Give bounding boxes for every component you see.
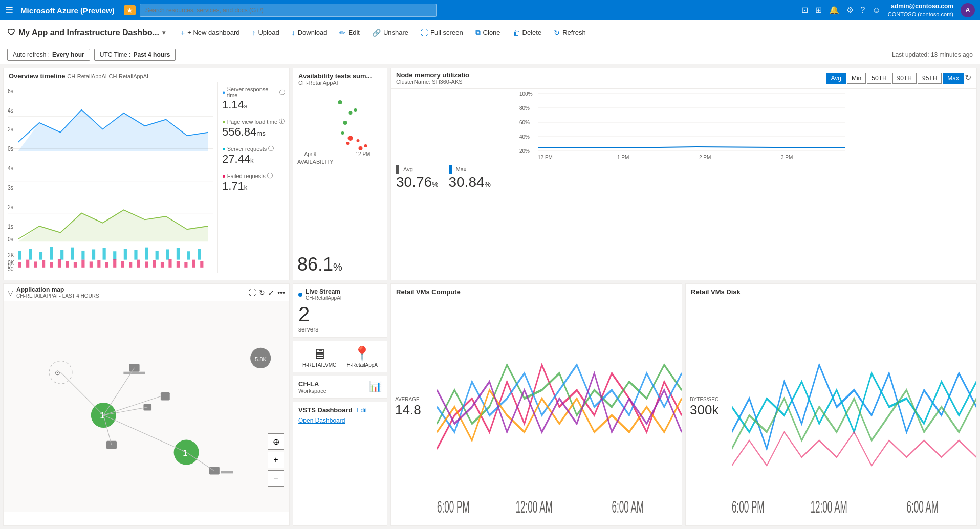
notification-icon[interactable]: 🔔 (829, 5, 839, 15)
clone-button[interactable]: ⧉ Clone (470, 26, 506, 39)
mem-tab-min[interactable]: Min (847, 73, 866, 84)
server-retailvmc[interactable]: 🖥 H-RETAILVMC (302, 345, 336, 368)
overview-inner: 6s 4s 2s 0s 4s 3s 2s 1s 0s 2K 0K (4, 82, 289, 273)
appmap-fullscreen-icon[interactable]: ⤢ (268, 289, 274, 297)
mem-avg-value: 30.76% (396, 174, 439, 190)
map-controls: ⊕ + − (268, 433, 284, 487)
vsts-edit-link[interactable]: Edit (356, 407, 367, 414)
metric-page-load-label: ● Page view load time ⓘ (222, 118, 285, 125)
availability-inner: Apr 9 12 PM AVAILABILITY 86.1% (293, 88, 387, 279)
utc-time-button[interactable]: UTC Time : Past 4 hours (94, 49, 176, 61)
svg-point-69 (341, 131, 344, 135)
memory-refresh-icon[interactable]: ↻ (965, 73, 971, 84)
directory-icon[interactable]: ⊞ (815, 5, 822, 15)
svg-rect-56 (168, 259, 171, 267)
svg-rect-17 (18, 251, 21, 260)
live-dot (298, 293, 302, 297)
help-icon[interactable]: ? (861, 6, 865, 15)
sub-toolbar: Auto refresh : Every hour UTC Time : Pas… (0, 45, 980, 64)
new-dashboard-button[interactable]: + + New dashboard (176, 26, 245, 39)
map-zoom-in-button[interactable]: + (268, 452, 284, 468)
vsts-header: VSTS Dashboard Edit (298, 406, 382, 414)
overview-svg: 6s 4s 2s 0s 4s 3s 2s 1s 0s 2K 0K (8, 84, 213, 271)
top-nav: ☰ Microsoft Azure (Preview) ★ ⊡ ⊞ 🔔 ⚙ ? … (0, 0, 980, 20)
metric-failed-requests-label: ● Failed requests ⓘ (222, 172, 285, 180)
mem-tab-avg[interactable]: Avg (826, 73, 845, 84)
overview-chart: 6s 4s 2s 0s 4s 3s 2s 1s 0s 2K 0K (4, 82, 217, 273)
svg-text:100%: 100% (519, 91, 533, 97)
memory-cluster: ClusterName: SH360-AKS (396, 79, 824, 85)
favorite-icon[interactable]: ★ (124, 5, 136, 15)
hamburger-icon[interactable]: ☰ (5, 5, 13, 16)
server-retailvmc-label: H-RETAILVMC (302, 362, 336, 368)
svg-rect-31 (166, 249, 169, 259)
avatar[interactable]: A (961, 3, 975, 17)
upload-button[interactable]: ↑ Upload (247, 26, 284, 39)
svg-rect-99 (161, 392, 170, 401)
svg-marker-14 (18, 210, 208, 241)
map-fit-button[interactable]: ⊕ (268, 433, 284, 450)
refresh-icon: ↻ (554, 29, 560, 37)
mem-tab-50th[interactable]: 50TH (867, 73, 891, 84)
svg-text:6:00 PM: 6:00 PM (732, 497, 765, 516)
retail-disk-chart: 6:00 PM 12:00 AM 6:00 AM (732, 298, 976, 516)
svg-rect-41 (50, 262, 53, 268)
vsts-card: VSTS Dashboard Edit Open Dashboard (293, 402, 387, 526)
unshare-button[interactable]: 🔗 Unshare (367, 26, 413, 39)
svg-text:2 PM: 2 PM (699, 155, 711, 160)
svg-rect-58 (184, 262, 187, 268)
appmap-refresh-icon[interactable]: ↻ (259, 289, 265, 297)
retail-compute-stat-value: 14.8 (395, 402, 433, 418)
appmap-more-icon[interactable]: ••• (277, 289, 285, 297)
mem-tab-90th[interactable]: 90TH (892, 73, 917, 84)
mem-tab-max[interactable]: Max (943, 73, 964, 84)
fullscreen-button[interactable]: ⛶ Full screen (416, 26, 468, 39)
metric-server-requests-label: ● Server requests ⓘ (222, 145, 285, 152)
svg-rect-27 (124, 249, 127, 259)
map-zoom-out-button[interactable]: − (268, 470, 284, 487)
metric-server-response: ● Server response time ⓘ 1.14s (222, 86, 285, 112)
memory-tabs: Avg Min 50TH 90TH 95TH Max ↻ (826, 73, 971, 84)
ch-la-icon: 📊 (369, 380, 382, 392)
vsts-open-link[interactable]: Open Dashboard (298, 417, 382, 424)
svg-rect-59 (192, 260, 195, 268)
nav-logo: Microsoft Azure (Preview) (20, 6, 115, 15)
svg-rect-28 (134, 250, 137, 260)
refresh-button[interactable]: ↻ Refresh (549, 26, 591, 39)
download-button[interactable]: ↓ Download (287, 26, 333, 39)
appmap-resize-icon[interactable]: ⛶ (249, 289, 256, 297)
svg-text:20%: 20% (519, 148, 530, 154)
svg-rect-44 (74, 262, 77, 268)
memory-chart: 100% 80% 60% 40% 20% 12 PM 1 PM 2 PM 3 P… (391, 89, 976, 160)
mem-tab-95th[interactable]: 95TH (918, 73, 942, 84)
ls-subtitle: CH-RetailAppAI (306, 295, 342, 301)
svg-text:4s: 4s (8, 107, 13, 114)
mem-max-bar (449, 165, 452, 174)
svg-line-106 (103, 396, 161, 415)
memory-title-group: Node memory utilizatio ClusterName: SH36… (396, 71, 824, 85)
chevron-down-icon[interactable]: ▾ (162, 29, 165, 36)
svg-rect-21 (60, 250, 63, 260)
dashboard: Overview timeline CH-RetailAppAI CH-Reta… (0, 64, 980, 529)
delete-button[interactable]: 🗑 Delete (508, 26, 547, 39)
retail-compute-inner: AVERAGE 14.8 6:00 PM 12:00 AM 6:00 AM (391, 298, 682, 516)
dashboard-title: 🛡 My App and Infrastructure Dashbo... ▾ (7, 28, 165, 37)
metric-server-requests: ● Server requests ⓘ 27.44k (222, 145, 285, 166)
retail-disk-stat-label: BYTES/SEC (690, 396, 728, 402)
server-retailappa[interactable]: 📍 H-RetailAppA (346, 345, 378, 368)
cloud-shell-icon[interactable]: ⊡ (801, 5, 808, 15)
retail-disk-title: Retail VMs Disk (691, 288, 971, 296)
auto-refresh-button[interactable]: Auto refresh : Every hour (7, 49, 90, 61)
settings-icon[interactable]: ⚙ (846, 5, 854, 15)
appmap-toolbar: ▽ Application map CH-RETAILAPPAI - LAST … (4, 284, 289, 301)
edit-button[interactable]: ✏ Edit (334, 26, 364, 39)
retail-panel: Retail VMs Compute AVERAGE 14.8 6:00 P (390, 283, 977, 526)
memory-stats: Avg 30.76% Max 30.84% (391, 162, 976, 193)
user-info: admin@contoso.com CONTOSO (contoso.com) (888, 3, 953, 18)
svg-text:12:00 AM: 12:00 AM (516, 497, 553, 516)
retail-disk-stat-value: 300k (690, 402, 728, 418)
retail-disk-stat: BYTES/SEC 300k (686, 298, 732, 516)
feedback-icon[interactable]: ☺ (872, 6, 880, 15)
svg-text:0: 0 (8, 262, 11, 269)
search-input[interactable] (140, 4, 437, 17)
